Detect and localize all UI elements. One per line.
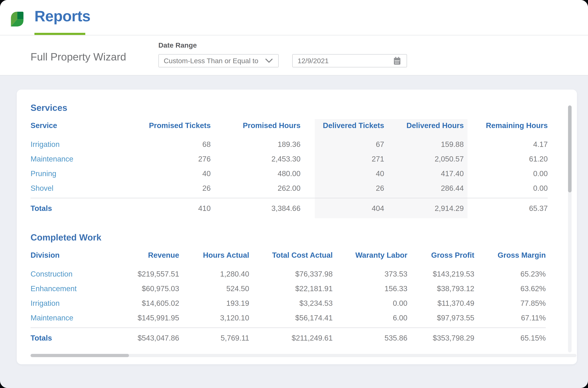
value-cell: 0.00 [333,296,407,311]
value-cell: $543,047.86 [121,328,179,348]
division-link[interactable]: Enhancement [30,281,121,296]
value-cell: 156.33 [333,281,407,296]
column-header: Promised Hours [211,121,301,137]
date-filter-value: Custom-Less Than or Equal to [164,57,258,65]
value-cell: 63.62% [474,281,546,296]
table-row: Irrigation $14,605.02 193.19 $3,234.53 0… [30,296,546,311]
date-value: 12/9/2021 [298,57,329,65]
report-card: Services Service Promised Tickets Pr [17,90,577,364]
value-cell: 6.00 [333,311,407,328]
value-cell: $11,370.49 [407,296,474,311]
column-header: Total Cost Actual [249,251,333,267]
value-cell: 480.00 [211,166,301,181]
active-tab-underline [34,33,85,35]
value-cell: 3,384.66 [211,198,301,218]
value-cell: 373.53 [333,267,407,281]
page-body: Services Service Promised Tickets Pr [0,90,588,388]
totals-row: Totals 410 3,384.66 404 2,914.29 65.37 [30,198,548,218]
service-link[interactable]: Maintenance [30,152,128,166]
column-header: Delivered Hours [384,121,464,137]
service-link[interactable]: Irrigation [30,137,128,152]
horizontal-scrollbar-thumb[interactable] [30,354,129,357]
chevron-down-icon [265,58,273,63]
column-header: Delivered Tickets [301,121,384,137]
value-cell: 276 [128,152,211,166]
value-cell: 262.00 [211,181,301,198]
table-row: Irrigation 68 189.36 67 159.88 4.17 [30,137,548,152]
calendar-icon[interactable] [393,57,401,65]
column-header: Revenue [121,251,179,267]
value-cell: $14,605.02 [121,296,179,311]
value-cell: 0.00 [464,181,548,198]
value-cell: 65.37 [464,198,548,218]
value-cell: $56,174.41 [249,311,333,328]
value-cell: 68 [128,137,211,152]
vertical-scrollbar-thumb[interactable] [568,105,572,192]
value-cell: $211,249.61 [249,328,333,348]
date-range-label: Date Range [158,41,407,49]
totals-row: Totals $543,047.86 5,769.11 $211,249.61 … [30,328,546,348]
sprout-leaf-icon[interactable] [9,11,24,27]
report-toolbar: Full Property Wizard Date Range Custom-L… [0,35,588,75]
value-cell: 65.23% [474,267,546,281]
value-cell: 26 [301,181,384,198]
completed-work-header-row: Division Revenue Hours Actual Total Cost… [30,251,546,267]
division-link[interactable]: Irrigation [30,296,121,311]
report-card-content: Services Service Promised Tickets Pr [17,90,577,348]
value-cell: 404 [301,198,384,218]
column-header: Gross Profit [407,251,474,267]
completed-work-table: Division Revenue Hours Actual Total Cost… [30,251,546,348]
value-cell: 0.00 [464,166,548,181]
horizontal-scrollbar[interactable] [30,354,576,357]
value-cell: 77.85% [474,296,546,311]
value-cell: 2,914.29 [384,198,464,218]
value-cell: $219,557.51 [121,267,179,281]
totals-label: Totals [30,328,121,348]
date-range-controls: Custom-Less Than or Equal to 12/9/2021 [158,54,407,67]
column-header: Promised Tickets [128,121,211,137]
value-cell: $60,975.03 [121,281,179,296]
services-table: Service Promised Tickets Promised Hours … [30,121,548,218]
value-cell: 5,769.11 [179,328,249,348]
table-row: Maintenance 276 2,453.30 271 2,050.57 61… [30,152,548,166]
value-cell: 417.40 [384,166,464,181]
value-cell: 65.15% [474,328,546,348]
value-cell: $3,234.53 [249,296,333,311]
value-cell: 4.17 [464,137,548,152]
completed-work-table-wrap: Division Revenue Hours Actual Total Cost… [30,251,577,348]
value-cell: $38,793.12 [407,281,474,296]
column-header: Division [30,251,121,267]
table-row: Shovel 26 262.00 26 286.44 0.00 [30,181,548,198]
value-cell: $353,798.29 [407,328,474,348]
value-cell: $145,991.95 [121,311,179,328]
completed-work-heading: Completed Work [30,232,577,242]
division-link[interactable]: Construction [30,267,121,281]
value-cell: $143,219.53 [407,267,474,281]
value-cell: 410 [128,198,211,218]
page-title[interactable]: Reports [34,7,90,25]
value-cell: $22,181.91 [249,281,333,296]
value-cell: 67 [301,137,384,152]
column-header: Gross Margin [474,251,546,267]
value-cell: 524.50 [179,281,249,296]
value-cell: 193.19 [179,296,249,311]
service-link[interactable]: Pruning [30,166,128,181]
date-input[interactable]: 12/9/2021 [292,54,407,67]
vertical-scrollbar[interactable] [568,105,572,352]
value-cell: 159.88 [384,137,464,152]
value-cell: 67.11% [474,311,546,328]
service-link[interactable]: Shovel [30,181,128,198]
column-header: Waranty Labor [333,251,407,267]
value-cell: 535.86 [333,328,407,348]
value-cell: 271 [301,152,384,166]
totals-label: Totals [30,198,128,218]
value-cell: 40 [128,166,211,181]
value-cell: 3,120.10 [179,311,249,328]
report-name: Full Property Wizard [30,51,126,63]
value-cell: $76,337.98 [249,267,333,281]
value-cell: 189.36 [211,137,301,152]
value-cell: 2,050.57 [384,152,464,166]
value-cell: $97,973.55 [407,311,474,328]
date-filter-select[interactable]: Custom-Less Than or Equal to [158,54,279,67]
division-link[interactable]: Maintenance [30,311,121,328]
